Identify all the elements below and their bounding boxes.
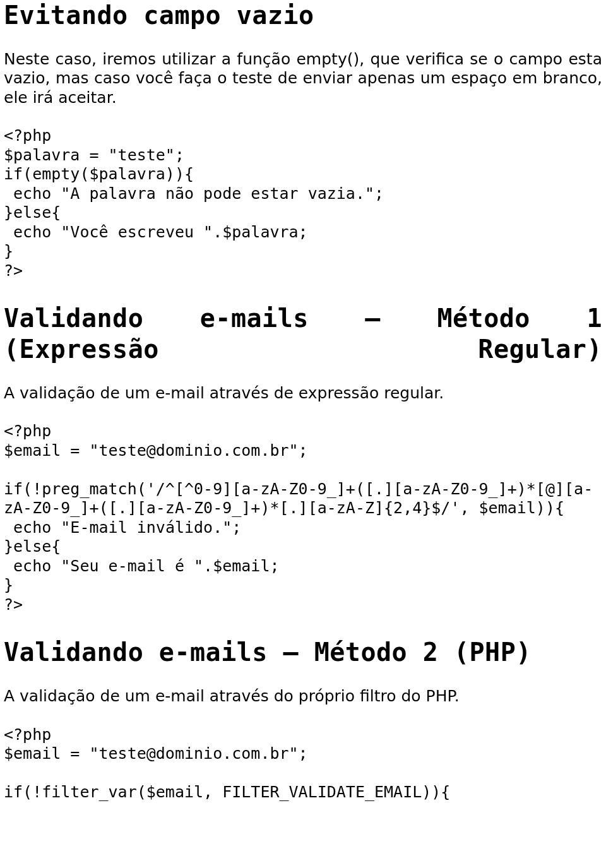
section-3-code: <?php $email = "teste@dominio.com.br"; i… — [4, 725, 602, 802]
section-1-paragraph: Neste caso, iremos utilizar a função emp… — [4, 50, 602, 108]
section-2-title: Validando e-mails – Método 1 (Expressão … — [4, 303, 602, 365]
section-2-paragraph: A validação de um e-mail através de expr… — [4, 384, 602, 403]
section-1-code: <?php $palavra = "teste"; if(empty($pala… — [4, 126, 602, 280]
section-3-paragraph: A validação de um e-mail através do próp… — [4, 687, 602, 706]
section-1-title: Evitando campo vazio — [4, 0, 602, 31]
section-3-title: Validando e-mails – Método 2 (PHP) — [4, 637, 602, 668]
section-2-code: <?php $email = "teste@dominio.com.br"; i… — [4, 422, 602, 614]
